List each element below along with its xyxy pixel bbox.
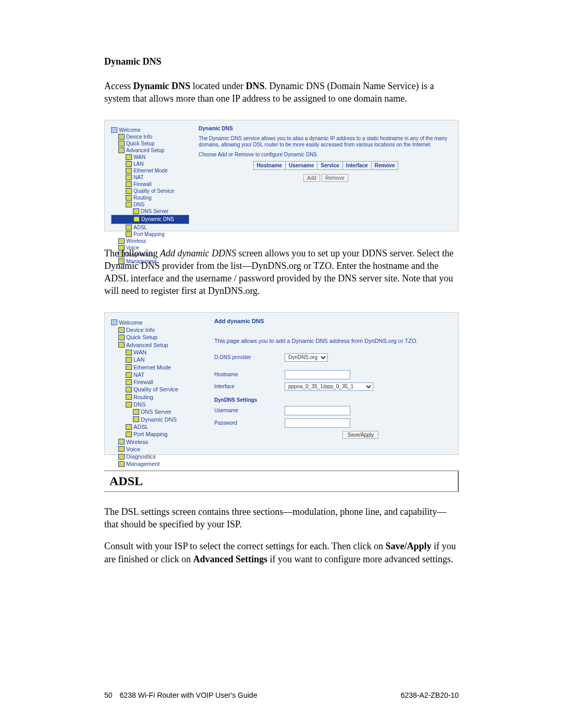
page-icon [126, 364, 132, 370]
tree-voice[interactable]: Voice [126, 446, 140, 453]
tree-dns-server[interactable]: DNS Server [141, 208, 168, 215]
tree-lan[interactable]: LAN [133, 356, 144, 363]
tree-welcome[interactable]: Welcome [119, 127, 141, 133]
tree-routing[interactable]: Routing [133, 194, 151, 201]
tree-welcome[interactable]: Welcome [119, 319, 143, 326]
folder-icon [118, 141, 125, 146]
tree-firewall[interactable]: Firewall [133, 378, 153, 386]
interface-select[interactable]: pppoa_0_35_1/ppp_0_35_1 [285, 382, 373, 391]
page-icon [126, 387, 132, 392]
folder-icon [126, 394, 132, 400]
label-username: Username [214, 408, 285, 413]
folder-icon [118, 446, 125, 452]
tree-advanced-setup[interactable]: Advanced Setup [126, 341, 168, 349]
page-icon [118, 454, 125, 460]
tree-wan[interactable]: WAN [133, 349, 146, 356]
page-icon [126, 225, 132, 230]
tree-port-mapping[interactable]: Port Mapping [133, 430, 167, 438]
page-icon [133, 416, 139, 422]
panel-ddns-list: Dynamic DNS The Dynamic DNS service allo… [189, 126, 453, 226]
page-icon [126, 188, 132, 194]
folder-icon [118, 134, 125, 140]
folder-icon [126, 181, 132, 187]
page-icon [126, 431, 132, 437]
txt-bold: Save/Apply [385, 541, 431, 551]
folder-icon [118, 461, 125, 467]
folder-icon [118, 147, 125, 153]
tree-wan[interactable]: WAN [133, 154, 145, 161]
folder-icon [126, 379, 132, 385]
tree-dns[interactable]: DNS [133, 201, 144, 208]
tree-management[interactable]: Management [126, 460, 160, 467]
tree-dynamic-dns[interactable]: Dynamic DNS [141, 216, 174, 223]
tree-adsl[interactable]: ADSL [133, 224, 147, 231]
col-interface: Interface [342, 162, 371, 170]
ddns-table: Hostname Username Service Interface Remo… [253, 161, 399, 170]
folder-icon [126, 175, 132, 180]
tree-ethernet-mode[interactable]: Ethernet Mode [133, 364, 171, 371]
folder-icon [126, 372, 132, 378]
col-remove: Remove [371, 162, 398, 170]
tree-routing[interactable]: Routing [133, 393, 153, 401]
tree-ethernet-mode[interactable]: Ethernet Mode [133, 167, 168, 174]
folder-icon [118, 327, 125, 333]
nav-tree: Welcome Device Info Quick Setup Advanced… [110, 126, 189, 226]
tree-qos[interactable]: Quality of Service [133, 188, 174, 194]
tree-wireless[interactable]: Wireless [126, 438, 148, 446]
screenshot-ddns-list: Welcome Device Info Quick Setup Advanced… [104, 120, 459, 231]
guide-title: 6238 Wi-Fi Router with VOIP User's Guide [120, 691, 258, 699]
page-icon [133, 208, 139, 214]
subheading-dyndns: DynDNS Settings [214, 394, 378, 403]
txt: The following [104, 248, 160, 258]
tree-nat[interactable]: NAT [133, 174, 143, 181]
tree-qos[interactable]: Quality of Service [133, 386, 178, 393]
page-icon [133, 216, 140, 222]
tree-diagnostics[interactable]: Diagnostics [126, 453, 156, 460]
add-ddns-paragraph: The following Add dynamic DDNS screen al… [104, 247, 459, 298]
folder-icon [118, 238, 125, 244]
txt: if you want to configure more advanced s… [267, 554, 453, 564]
adsl-paragraph-1: The DSL settings screen contains three s… [104, 505, 459, 531]
tree-nat[interactable]: NAT [133, 371, 144, 378]
folder-icon [118, 439, 125, 445]
tree-device-info[interactable]: Device Info [126, 326, 155, 334]
username-input[interactable] [285, 406, 350, 415]
label-provider: D-DNS provider [214, 354, 285, 360]
tree-dns-server[interactable]: DNS Server [141, 408, 172, 415]
page-icon [126, 350, 132, 355]
panel-hint: Choose Add or Remove to configure Dynami… [199, 152, 453, 158]
label-hostname: Hostname [214, 372, 285, 377]
tree-quick-setup[interactable]: Quick Setup [126, 334, 157, 341]
tree-quick-setup[interactable]: Quick Setup [126, 140, 154, 147]
page-icon [126, 357, 132, 363]
heading-dynamic-dns: Dynamic DNS [104, 56, 459, 67]
password-input[interactable] [285, 418, 350, 428]
root-icon [111, 127, 117, 133]
col-hostname: Hostname [253, 162, 285, 170]
txt: Consult with your ISP to select the corr… [104, 541, 385, 551]
label-password: Password [214, 420, 285, 426]
page-icon [126, 231, 132, 237]
remove-button[interactable]: Remove [322, 174, 348, 182]
page-icon [126, 154, 132, 160]
save-apply-button[interactable]: Save/Apply [342, 431, 378, 439]
heading-adsl: ADSL [104, 471, 459, 492]
add-button[interactable]: Add [303, 174, 320, 182]
txt-bold: Advanced Settings [193, 554, 267, 564]
tree-lan[interactable]: LAN [133, 161, 143, 167]
screenshot-add-ddns: Welcome Device Info Quick Setup Advanced… [104, 312, 459, 455]
panel-title: Dynamic DNS [199, 126, 453, 131]
provider-select[interactable]: DynDNS.org [285, 353, 328, 362]
hostname-input[interactable] [285, 370, 350, 379]
tree-dns[interactable]: DNS [133, 401, 145, 408]
folder-icon [118, 342, 125, 348]
tree-dynamic-dns[interactable]: Dynamic DNS [141, 416, 177, 423]
col-service: Service [317, 162, 343, 170]
tree-port-mapping[interactable]: Port Mapping [133, 231, 164, 238]
page-icon [126, 161, 132, 167]
tree-device-info[interactable]: Device Info [126, 133, 152, 140]
tree-advanced-setup[interactable]: Advanced Setup [126, 147, 164, 154]
tree-firewall[interactable]: Firewall [133, 181, 151, 188]
tree-adsl[interactable]: ADSL [133, 423, 149, 430]
tree-wireless[interactable]: Wireless [126, 238, 146, 244]
